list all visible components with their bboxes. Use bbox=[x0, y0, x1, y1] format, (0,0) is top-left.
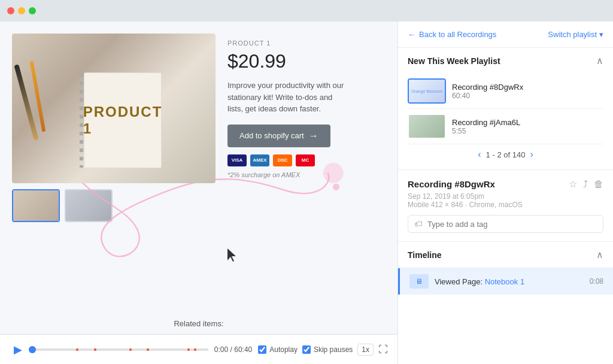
recording-item-1[interactable]: Orange Blossom Recording #8DgwRx 60:40 bbox=[408, 74, 603, 109]
recording-meta: Sep 12, 2019 at 6:05pm Mobile 412 × 846 … bbox=[408, 192, 603, 209]
share-button[interactable]: ⤴ bbox=[583, 178, 588, 190]
recording-thumb-2-image bbox=[409, 115, 445, 138]
thumbnail-2[interactable] bbox=[65, 189, 113, 222]
fullscreen-button-ctrl[interactable]: ⛶ bbox=[378, 344, 388, 355]
payment-icons: VISA AMEX DISC MC bbox=[227, 154, 386, 166]
fullscreen-icon: ⛶ bbox=[378, 344, 388, 354]
time-display: 0:00 / 60:40 bbox=[214, 345, 252, 354]
product-image-section: PRODUCT 1 bbox=[12, 34, 216, 222]
recording-item-2[interactable]: Recording #jAma6L 5:55 bbox=[408, 109, 603, 144]
page-icon: 🖥 bbox=[415, 277, 423, 286]
recording-date: Sep 12, 2019 at 6:05pm bbox=[408, 192, 484, 201]
play-icon: ▶ bbox=[14, 343, 22, 356]
recording-title-2: Recording #jAma6L bbox=[452, 118, 603, 127]
related-items: Related items: bbox=[0, 313, 397, 334]
product-main-image: PRODUCT 1 bbox=[12, 34, 216, 183]
recording-device: Mobile 412 × 846 bbox=[408, 201, 463, 209]
collapse-playlist-button[interactable]: ∧ bbox=[596, 55, 603, 66]
cursor-icon bbox=[227, 248, 239, 263]
switch-playlist-label: Switch playlist bbox=[548, 30, 597, 39]
notebook-spiral bbox=[80, 73, 83, 168]
product-label: PRODUCT 1 bbox=[227, 40, 386, 47]
product-image-inner: PRODUCT 1 bbox=[12, 34, 216, 183]
visa-icon: VISA bbox=[227, 154, 247, 166]
autoplay-label[interactable]: Autoplay bbox=[258, 345, 298, 354]
pagination: ‹ 1 - 2 of 140 › bbox=[408, 144, 603, 162]
thumbnail-2-image bbox=[66, 190, 111, 221]
amex-icon: AMEX bbox=[250, 154, 269, 166]
recording-title-1: Recording #8DgwRx bbox=[452, 83, 603, 92]
add-to-cart-button[interactable]: Add to shopify cart → bbox=[227, 125, 330, 147]
progress-dot bbox=[29, 346, 36, 353]
skip-pauses-label[interactable]: Skip pauses bbox=[302, 345, 353, 354]
chevron-down-icon: ▾ bbox=[599, 30, 603, 39]
skip-pauses-text: Skip pauses bbox=[314, 345, 353, 354]
right-header: ← Back to all Recordings Switch playlist… bbox=[398, 22, 613, 48]
notebook-text: PRODUCT 1 bbox=[83, 104, 163, 137]
progress-marker-4 bbox=[147, 348, 149, 351]
timeline-item-1[interactable]: 🖥 Viewed Page: Notebook 1 0:08 bbox=[398, 268, 613, 295]
recording-detail: Recording #8DgwRx ☆ ⤴ 🗑 Sep 12, 2019 at … bbox=[398, 170, 613, 242]
delete-icon: 🗑 bbox=[594, 179, 603, 189]
progress-marker-1 bbox=[76, 348, 78, 351]
right-panel: ← Back to all Recordings Switch playlist… bbox=[397, 22, 613, 364]
add-to-cart-label: Add to shopify cart bbox=[239, 131, 304, 140]
progress-bar[interactable] bbox=[32, 348, 208, 351]
back-to-recordings-link[interactable]: ← Back to all Recordings bbox=[408, 30, 496, 39]
mastercard-icon: MC bbox=[296, 154, 315, 166]
traffic-lights bbox=[7, 7, 36, 14]
back-to-recordings-label: Back to all Recordings bbox=[419, 30, 496, 39]
playlist-header: New This Week Playlist ∧ bbox=[408, 55, 603, 66]
collapse-timeline-button[interactable]: ∧ bbox=[596, 249, 603, 260]
speed-button[interactable]: 1x bbox=[357, 344, 374, 356]
timeline-event-label: Viewed Page: bbox=[435, 277, 482, 286]
skip-pauses-checkbox[interactable] bbox=[302, 345, 311, 354]
switch-playlist-button[interactable]: Switch playlist ▾ bbox=[548, 30, 603, 39]
progress-marker-5 bbox=[187, 348, 190, 351]
timeline-item-text-1: Viewed Page: Notebook 1 bbox=[435, 277, 584, 286]
recording-thumb-1-image: Orange Blossom bbox=[409, 80, 445, 102]
star-icon: ☆ bbox=[569, 179, 577, 189]
action-icons: ☆ ⤴ 🗑 bbox=[569, 178, 603, 190]
notebook-visual: PRODUCT 1 bbox=[84, 72, 162, 168]
thumbnail-1[interactable] bbox=[12, 189, 60, 222]
prev-page-button[interactable]: ‹ bbox=[478, 149, 481, 160]
recording-detail-header: Recording #8DgwRx ☆ ⤴ 🗑 bbox=[408, 178, 603, 190]
autoplay-text: Autoplay bbox=[269, 345, 298, 354]
recording-duration-1: 60:40 bbox=[452, 92, 603, 100]
recording-info-2: Recording #jAma6L 5:55 bbox=[452, 118, 603, 135]
progress-marker-2 bbox=[94, 348, 96, 351]
timeline-item-icon-1: 🖥 bbox=[409, 274, 429, 289]
control-right: Autoplay Skip pauses 1x ⛶ bbox=[258, 344, 388, 356]
fullscreen-button[interactable] bbox=[29, 7, 36, 14]
share-icon: ⤴ bbox=[583, 179, 588, 189]
product-price: $20.99 bbox=[227, 50, 386, 72]
back-arrow-icon: ← bbox=[408, 30, 415, 39]
tag-input-container: 🏷 bbox=[408, 215, 603, 233]
playlist-title: New This Week Playlist bbox=[408, 56, 500, 66]
star-button[interactable]: ☆ bbox=[569, 178, 577, 190]
play-button[interactable]: ▶ bbox=[10, 341, 26, 358]
related-items-label: Related items: bbox=[174, 319, 223, 328]
minimize-button[interactable] bbox=[18, 7, 25, 14]
close-button[interactable] bbox=[7, 7, 14, 14]
recording-info-1: Recording #8DgwRx 60:40 bbox=[452, 83, 603, 100]
titlebar bbox=[0, 0, 613, 22]
recording-thumb-2 bbox=[408, 114, 446, 139]
autoplay-checkbox[interactable] bbox=[258, 345, 266, 354]
recording-duration-2: 5:55 bbox=[452, 127, 603, 135]
delete-button[interactable]: 🗑 bbox=[594, 178, 603, 190]
thumbnail-1-image bbox=[13, 190, 59, 221]
surcharge-note: *2% surcharge on AMEX bbox=[227, 171, 386, 178]
timeline-section: Timeline ∧ 🖥 Viewed Page: Notebook 1 0:0… bbox=[398, 242, 613, 364]
tag-input[interactable] bbox=[427, 220, 597, 229]
timeline-title: Timeline bbox=[408, 250, 442, 260]
pagination-text: 1 - 2 of 140 bbox=[486, 150, 526, 159]
progress-marker-6 bbox=[194, 348, 196, 351]
next-page-button[interactable]: › bbox=[530, 149, 533, 160]
product-info: PRODUCT 1 $20.99 Improve your productivi… bbox=[227, 34, 386, 178]
timeline-item-time-1: 0:08 bbox=[590, 277, 603, 286]
svg-point-1 bbox=[333, 184, 339, 190]
discover-icon: DISC bbox=[273, 154, 292, 166]
timeline-page-link[interactable]: Notebook 1 bbox=[485, 277, 525, 286]
